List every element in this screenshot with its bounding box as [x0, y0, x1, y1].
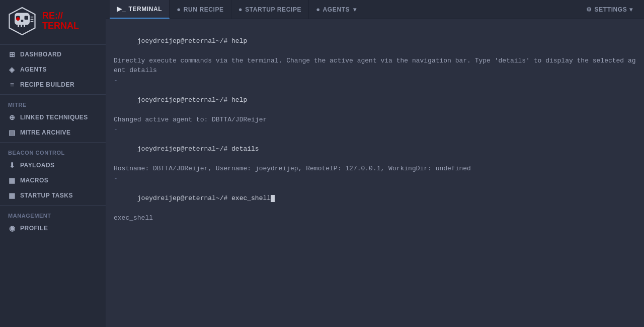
management-section-label: MANAGEMENT: [0, 208, 106, 221]
topnav-right: ⚙ Settings ▾: [579, 0, 640, 19]
sidebar-item-payloads-label: PAYLOADS: [20, 162, 55, 169]
settings-label: Settings: [595, 6, 627, 13]
topnav-run-recipe-label: RUN RECIPE: [184, 6, 224, 13]
settings-icon: ⚙: [586, 6, 592, 13]
terminal-nav-icon: ▶_: [117, 5, 126, 13]
sidebar-divider-top: [0, 44, 106, 45]
sidebar-item-startup-tasks[interactable]: ▦ STARTUP TASKS: [0, 188, 106, 203]
startup-recipe-icon: ●: [238, 6, 243, 13]
topnav-terminal-label: TERMINAL: [128, 6, 162, 13]
payloads-icon: ⬇: [8, 161, 16, 169]
term-line-3: joeydreijер@reternal~/# details: [114, 135, 636, 164]
sidebar-item-profile[interactable]: ◉ PROFILE: [0, 221, 106, 236]
term-output-2: Changed active agent to: DBTTA/JDReijer: [114, 115, 636, 125]
logo-text: RE:// TERNAL: [42, 11, 79, 31]
top-navigation: ▶_ TERMINAL ● RUN RECIPE ● STARTUP RECIP…: [106, 0, 644, 19]
svg-rect-5: [16, 18, 20, 20]
sidebar-divider-beacon: [0, 142, 106, 143]
sidebar-divider-mitre: [0, 94, 106, 95]
sidebar-item-recipe-builder[interactable]: ≡ RECIPE BUILDER: [0, 77, 106, 92]
sidebar-item-agents-label: AGENTS: [20, 66, 47, 73]
logo-line1: RE://: [42, 11, 63, 21]
settings-button[interactable]: ⚙ Settings ▾: [579, 0, 640, 19]
term-cmd-2: help: [231, 96, 247, 104]
svg-rect-8: [18, 24, 19, 27]
term-prompt-3: joeydreijер@reternal~/#: [137, 145, 231, 153]
term-cmd-3: details: [231, 145, 259, 153]
term-cmd-1: help: [231, 37, 247, 45]
svg-rect-11: [31, 17, 34, 18]
linked-techniques-icon: ⊕: [8, 113, 16, 121]
term-output-3: Hostname: DBTTA/JDReijer, Username: joey…: [114, 164, 636, 174]
sidebar-item-startup-tasks-label: STARTUP TASKS: [20, 192, 73, 199]
svg-rect-12: [31, 19, 34, 20]
term-sep-1: -: [114, 76, 636, 86]
sidebar-item-payloads[interactable]: ⬇ PAYLOADS: [0, 158, 106, 173]
svg-rect-3: [25, 16, 29, 20]
svg-rect-10: [24, 24, 25, 27]
sidebar-item-dashboard-label: DASHBOARD: [20, 51, 61, 58]
sidebar-item-dashboard[interactable]: ⊞ DASHBOARD: [0, 47, 106, 62]
term-line-1: joeydreijер@reternal~/# help: [114, 26, 636, 56]
logo-icon: [7, 6, 37, 36]
profile-icon: ◉: [8, 224, 16, 232]
topnav-startup-recipe[interactable]: ● STARTUP RECIPE: [231, 0, 309, 19]
term-prompt-2: joeydreijер@reternal~/#: [137, 96, 231, 104]
settings-dropdown-icon: ▾: [629, 6, 633, 13]
term-output-1: Directly execute commands via the termin…: [114, 56, 636, 76]
beacon-control-section-label: BEACON CONTROL: [0, 145, 106, 158]
term-output-4: exec_shell: [114, 213, 636, 223]
term-prompt-1: joeydreijер@reternal~/#: [137, 37, 231, 45]
agents-dropdown-icon: ▾: [353, 6, 357, 13]
topnav-startup-recipe-label: STARTUP RECIPE: [245, 6, 301, 13]
sidebar-item-linked-techniques-label: LINKED TECHNIQUES: [20, 114, 88, 121]
term-line-4: joeydreijер@reternal~/# exec_shell: [114, 183, 636, 213]
sidebar-item-profile-label: PROFILE: [20, 225, 48, 232]
topnav-agents[interactable]: ● AGENTS ▾: [309, 0, 364, 19]
term-cmd-4: exec_shell: [231, 194, 271, 202]
agents-icon: ◈: [8, 66, 16, 74]
mitre-section-label: MITRE: [0, 97, 106, 110]
svg-rect-13: [31, 21, 34, 22]
sidebar-item-macros[interactable]: ▦ MACROS: [0, 173, 106, 188]
term-sep-2: -: [114, 124, 636, 135]
terminal-area[interactable]: joeydreijер@reternal~/# help Directly ex…: [106, 19, 644, 327]
sidebar-item-recipe-builder-label: RECIPE BUILDER: [20, 81, 74, 88]
dashboard-icon: ⊞: [8, 50, 16, 58]
sidebar-item-mitre-archive-label: MITRE ARCHIVE: [20, 129, 70, 136]
agents-nav-icon: ●: [316, 6, 320, 13]
logo-line2: TERNAL: [42, 21, 79, 31]
startup-tasks-icon: ▦: [8, 191, 16, 200]
topnav-left: ▶_ TERMINAL ● RUN RECIPE ● STARTUP RECIP…: [110, 0, 364, 19]
term-line-2: joeydreijер@reternal~/# help: [114, 85, 636, 115]
term-sep-3: -: [114, 174, 636, 184]
topnav-agents-label: AGENTS: [323, 6, 350, 13]
sidebar-item-macros-label: MACROS: [20, 177, 48, 184]
sidebar-item-agents[interactable]: ◈ AGENTS: [0, 62, 106, 77]
topnav-run-recipe[interactable]: ● RUN RECIPE: [170, 0, 231, 19]
sidebar-divider-management: [0, 205, 106, 206]
main-area: ▶_ TERMINAL ● RUN RECIPE ● STARTUP RECIP…: [106, 0, 644, 327]
svg-rect-6: [21, 20, 24, 22]
term-cursor: [271, 195, 275, 202]
macros-icon: ▦: [8, 176, 16, 184]
mitre-archive-icon: ▤: [8, 128, 16, 137]
recipe-builder-icon: ≡: [8, 81, 16, 89]
topnav-terminal[interactable]: ▶_ TERMINAL: [110, 0, 170, 19]
term-prompt-4: joeydreijер@reternal~/#: [137, 194, 231, 202]
sidebar-item-linked-techniques[interactable]: ⊕ LINKED TECHNIQUES: [0, 110, 106, 125]
svg-rect-9: [21, 24, 22, 27]
sidebar-item-mitre-archive[interactable]: ▤ MITRE ARCHIVE: [0, 125, 106, 140]
run-recipe-icon: ●: [177, 6, 181, 13]
sidebar: RE:// TERNAL ⊞ DASHBOARD ◈ AGENTS ≡ RECI…: [0, 0, 106, 327]
logo-area: RE:// TERNAL: [0, 0, 106, 42]
